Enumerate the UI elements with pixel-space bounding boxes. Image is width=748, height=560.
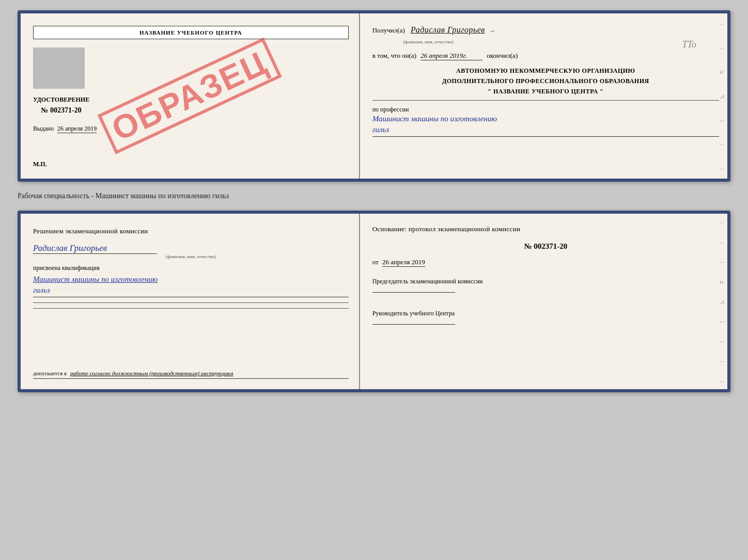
tto-mark: TTo xyxy=(682,39,696,50)
specialty-label: Рабочая специальность - Машинист машины … xyxy=(18,190,730,202)
chairman-label: Председатель экзаменационной комиссии xyxy=(372,277,719,286)
bottom-side-dashes: – – – и ,а ‹– – – – xyxy=(720,214,725,389)
udostoverenie-block: УДОСТОВЕРЕНИЕ № 002371-20 xyxy=(33,95,89,117)
side-dashes: – – и ,а ‹– – – xyxy=(720,13,725,179)
protocol-number: № 002371-20 xyxy=(372,242,719,251)
mp-label: М.П. xyxy=(33,161,349,168)
dopusk-text: работе согласно должностным (производств… xyxy=(70,370,233,376)
udostoverenie-label: УДОСТОВЕРЕНИЕ xyxy=(33,95,89,105)
okonchil-label: окончил(а) xyxy=(487,52,518,60)
top-doc-right: Получил(а) Радислав Григорьев – (фамилия… xyxy=(360,13,727,179)
empty-line-1 xyxy=(33,302,349,303)
school-name-text: НАЗВАНИЕ УЧЕБНОГО ЦЕНТРА xyxy=(139,29,242,36)
rukovoditel-block: Руководитель учебного Центра xyxy=(372,309,719,327)
kvalif-handwritten-1: Машинист машины по изготовлению xyxy=(33,274,349,285)
kvalif-handwritten-2: гильз xyxy=(33,285,349,297)
profession-handwritten-2: гильз xyxy=(372,124,719,137)
protocol-date: от 26 апреля 2019 xyxy=(372,258,719,266)
date-line: в том, что он(а) 26 апреля 2019г. окончи… xyxy=(372,52,719,60)
profession-label: по профессии xyxy=(372,106,719,114)
prisvoena-label: присвоена квалификация xyxy=(33,264,349,272)
rukovoditel-sig-line xyxy=(372,324,455,325)
ot-label: от xyxy=(372,258,379,266)
org-line3: " НАЗВАНИЕ УЧЕБНОГО ЦЕНТРА " xyxy=(372,86,719,97)
vydano-line: Выдано 26 апреля 2019 xyxy=(33,125,97,133)
bottom-fio-handwritten: Радислав Григорьев xyxy=(33,243,157,254)
top-doc-left: НАЗВАНИЕ УЧЕБНОГО ЦЕНТРА УДОСТОВЕРЕНИЕ №… xyxy=(21,13,360,179)
protocol-date-value: 26 апреля 2019 xyxy=(382,258,425,267)
komissia-title: Решением экзаменационной комиссии xyxy=(33,226,349,237)
vydano-date: 26 апреля 2019 xyxy=(57,125,97,133)
stamp-area: УДОСТОВЕРЕНИЕ № 002371-20 Выдано 26 апре… xyxy=(33,47,349,154)
bottom-doc-left: Решением экзаменационной комиссии Радисл… xyxy=(21,214,360,389)
bottom-fio-block: Радислав Григорьев (фамилия, имя, отчест… xyxy=(33,243,349,259)
top-document: НАЗВАНИЕ УЧЕБНОГО ЦЕНТРА УДОСТОВЕРЕНИЕ №… xyxy=(18,10,730,182)
bottom-fam-label: (фамилия, имя, отчество) xyxy=(33,254,349,259)
photo-placeholder xyxy=(33,47,85,89)
osnovanie-text: Основание: протокол экзаменационной коми… xyxy=(372,225,521,233)
poluchil-prefix: Получил(а) xyxy=(372,26,405,34)
dopusk-block: допускается к работе согласно должностны… xyxy=(33,362,349,379)
school-name-box: НАЗВАНИЕ УЧЕБНОГО ЦЕНТРА xyxy=(33,26,349,39)
v-tom-prefix: в том, что он(а) xyxy=(372,52,417,60)
profession-handwritten-1: Машинист машины по изготовлению xyxy=(372,114,719,124)
bottom-doc-right: Основание: протокол экзаменационной коми… xyxy=(360,214,727,389)
osnovanie-block: Основание: протокол экзаменационной коми… xyxy=(372,224,719,235)
empty-line-2 xyxy=(33,308,349,309)
vydano-label: Выдано xyxy=(33,125,54,132)
recipient-line: Получил(а) Радислав Григорьев – (фамилия… xyxy=(372,24,719,46)
profession-block: по профессии Машинист машины по изготовл… xyxy=(372,106,719,137)
org-line1: АВТОНОМНУЮ НЕКОММЕРЧЕСКУЮ ОРГАНИЗАЦИЮ xyxy=(372,66,719,76)
doc-number: № 002371-20 xyxy=(33,105,89,116)
chairman-block: Председатель экзаменационной комиссии xyxy=(372,277,719,295)
bottom-document: Решением экзаменационной комиссии Радисл… xyxy=(18,211,730,392)
org-block: АВТОНОМНУЮ НЕКОММЕРЧЕСКУЮ ОРГАНИЗАЦИЮ ДО… xyxy=(372,66,719,101)
recipient-name: Радислав Григорьев xyxy=(411,25,485,34)
date-value: 26 апреля 2019г. xyxy=(420,52,482,60)
org-line2: ДОПОЛНИТЕЛЬНОГО ПРОФЕССИОНАЛЬНОГО ОБРАЗО… xyxy=(372,76,719,86)
dopusk-line xyxy=(33,378,349,379)
rukovoditel-label: Руководитель учебного Центра xyxy=(372,309,719,318)
chairman-sig-line xyxy=(372,292,455,293)
fam-label-top: (фамилия, имя, отчество) xyxy=(403,39,454,44)
dopusk-prefix: допускается к xyxy=(33,370,67,376)
